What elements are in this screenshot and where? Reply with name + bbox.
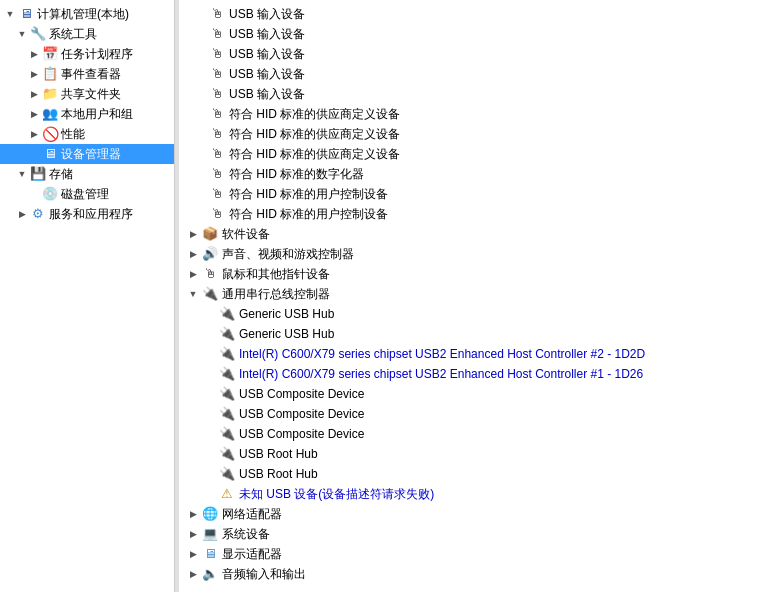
icon-sysdev: 💻 <box>202 526 218 542</box>
label-hid-4: 符合 HID 标准的数字化器 <box>229 165 364 183</box>
cat-usb-controller[interactable]: ▼ 🔌 通用串行总线控制器 <box>179 284 758 304</box>
expand-sysdev: ▶ <box>187 528 199 540</box>
label-intel-1: Intel(R) C600/X79 series chipset USB2 En… <box>239 345 645 363</box>
hid-4[interactable]: 🖱 符合 HID 标准的数字化器 <box>179 164 758 184</box>
cat-software[interactable]: ▶ 📦 软件设备 <box>179 224 758 244</box>
tree-item-root[interactable]: ▼ 🖥 计算机管理(本地) <box>0 4 174 24</box>
icon-warning: ⚠ <box>219 486 235 502</box>
label-hub-1: Generic USB Hub <box>239 305 334 323</box>
usb-composite-1[interactable]: 🔌 USB Composite Device <box>179 384 758 404</box>
icon-disk: 💿 <box>42 186 58 202</box>
hid-5[interactable]: 🖱 符合 HID 标准的用户控制设备 <box>179 184 758 204</box>
label-audio: 音频输入和输出 <box>222 565 306 583</box>
label-systools: 系统工具 <box>49 25 97 43</box>
label-hid-3: 符合 HID 标准的供应商定义设备 <box>229 145 400 163</box>
expand-users: ▶ <box>28 108 40 120</box>
usb-root-2[interactable]: 🔌 USB Root Hub <box>179 464 758 484</box>
cat-network[interactable]: ▶ 🌐 网络适配器 <box>179 504 758 524</box>
label-display: 显示适配器 <box>222 545 282 563</box>
usb-hub-2[interactable]: 🔌 Generic USB Hub <box>179 324 758 344</box>
label-hub-2: Generic USB Hub <box>239 325 334 343</box>
label-usb-controller: 通用串行总线控制器 <box>222 285 330 303</box>
tree-item-shared[interactable]: ▶ 📁 共享文件夹 <box>0 84 174 104</box>
label-sound: 声音、视频和游戏控制器 <box>222 245 354 263</box>
label-shared: 共享文件夹 <box>61 85 121 103</box>
label-usb-input-4: USB 输入设备 <box>229 65 305 83</box>
label-root-1: USB Root Hub <box>239 445 318 463</box>
expand-services: ▶ <box>16 208 28 220</box>
icon-hub-1: 🔌 <box>219 306 235 322</box>
icon-display: 🖥 <box>202 546 218 562</box>
tree-item-users[interactable]: ▶ 👥 本地用户和组 <box>0 104 174 124</box>
icon-hid-6: 🖱 <box>209 206 225 222</box>
icon-usb-2: 🖱 <box>209 26 225 42</box>
expand-network: ▶ <box>187 508 199 520</box>
icon-systools: 🔧 <box>30 26 46 42</box>
intel-usb-2[interactable]: 🔌 Intel(R) C600/X79 series chipset USB2 … <box>179 364 758 384</box>
icon-network: 🌐 <box>202 506 218 522</box>
label-software: 软件设备 <box>222 225 270 243</box>
tree-item-eventview[interactable]: ▶ 📋 事件查看器 <box>0 64 174 84</box>
usb-composite-3[interactable]: 🔌 USB Composite Device <box>179 424 758 444</box>
intel-usb-1[interactable]: 🔌 Intel(R) C600/X79 series chipset USB2 … <box>179 344 758 364</box>
cat-display[interactable]: ▶ 🖥 显示适配器 <box>179 544 758 564</box>
usb-input-4[interactable]: 🖱 USB 输入设备 <box>179 64 758 84</box>
tree-item-tasksch[interactable]: ▶ 📅 任务计划程序 <box>0 44 174 64</box>
icon-composite-3: 🔌 <box>219 426 235 442</box>
usb-input-5[interactable]: 🖱 USB 输入设备 <box>179 84 758 104</box>
cat-mouse[interactable]: ▶ 🖱 鼠标和其他指针设备 <box>179 264 758 284</box>
expand-software: ▶ <box>187 228 199 240</box>
label-sysdev: 系统设备 <box>222 525 270 543</box>
icon-hid-4: 🖱 <box>209 166 225 182</box>
label-usb-input-3: USB 输入设备 <box>229 45 305 63</box>
icon-usb-3: 🖱 <box>209 46 225 62</box>
icon-mouse: 🖱 <box>202 266 218 282</box>
usb-root-1[interactable]: 🔌 USB Root Hub <box>179 444 758 464</box>
expand-display: ▶ <box>187 548 199 560</box>
hid-2[interactable]: 🖱 符合 HID 标准的供应商定义设备 <box>179 124 758 144</box>
icon-usb-1: 🖱 <box>209 6 225 22</box>
icon-hid-1: 🖱 <box>209 106 225 122</box>
tree-item-devmgr[interactable]: 🖥 设备管理器 <box>0 144 174 164</box>
icon-intel-2: 🔌 <box>219 366 235 382</box>
usb-input-2[interactable]: 🖱 USB 输入设备 <box>179 24 758 44</box>
expand-shared: ▶ <box>28 88 40 100</box>
cat-sysdev[interactable]: ▶ 💻 系统设备 <box>179 524 758 544</box>
icon-composite-1: 🔌 <box>219 386 235 402</box>
usb-hub-1[interactable]: 🔌 Generic USB Hub <box>179 304 758 324</box>
icon-hid-2: 🖱 <box>209 126 225 142</box>
icon-hub-2: 🔌 <box>219 326 235 342</box>
tree-item-perf[interactable]: ▶ 🚫 性能 <box>0 124 174 144</box>
usb-composite-2[interactable]: 🔌 USB Composite Device <box>179 404 758 424</box>
tree-item-disk[interactable]: 💿 磁盘管理 <box>0 184 174 204</box>
label-hid-5: 符合 HID 标准的用户控制设备 <box>229 185 388 203</box>
usb-input-1[interactable]: 🖱 USB 输入设备 <box>179 4 758 24</box>
label-disk: 磁盘管理 <box>61 185 109 203</box>
expand-systools: ▼ <box>16 28 28 40</box>
expand-root: ▼ <box>4 8 16 20</box>
cat-sound[interactable]: ▶ 🔊 声音、视频和游戏控制器 <box>179 244 758 264</box>
expand-tasksch: ▶ <box>28 48 40 60</box>
tree-item-systools[interactable]: ▼ 🔧 系统工具 <box>0 24 174 44</box>
icon-shared: 📁 <box>42 86 58 102</box>
label-hid-1: 符合 HID 标准的供应商定义设备 <box>229 105 400 123</box>
label-perf: 性能 <box>61 125 85 143</box>
icon-usb-4: 🖱 <box>209 66 225 82</box>
icon-usb-5: 🖱 <box>209 86 225 102</box>
tree-item-storage[interactable]: ▼ 💾 存储 <box>0 164 174 184</box>
label-network: 网络适配器 <box>222 505 282 523</box>
tree-item-services[interactable]: ▶ ⚙ 服务和应用程序 <box>0 204 174 224</box>
hid-1[interactable]: 🖱 符合 HID 标准的供应商定义设备 <box>179 104 758 124</box>
expand-storage: ▼ <box>16 168 28 180</box>
label-usb-input-2: USB 输入设备 <box>229 25 305 43</box>
expand-eventview: ▶ <box>28 68 40 80</box>
usb-input-3[interactable]: 🖱 USB 输入设备 <box>179 44 758 64</box>
hid-3[interactable]: 🖱 符合 HID 标准的供应商定义设备 <box>179 144 758 164</box>
icon-devmgr: 🖥 <box>42 146 58 162</box>
icon-eventview: 📋 <box>42 66 58 82</box>
expand-disk <box>28 188 40 200</box>
hid-6[interactable]: 🖱 符合 HID 标准的用户控制设备 <box>179 204 758 224</box>
usb-unknown[interactable]: ⚠ 未知 USB 设备(设备描述符请求失败) <box>179 484 758 504</box>
icon-root-1: 🔌 <box>219 446 235 462</box>
cat-audio[interactable]: ▶ 🔈 音频输入和输出 <box>179 564 758 584</box>
